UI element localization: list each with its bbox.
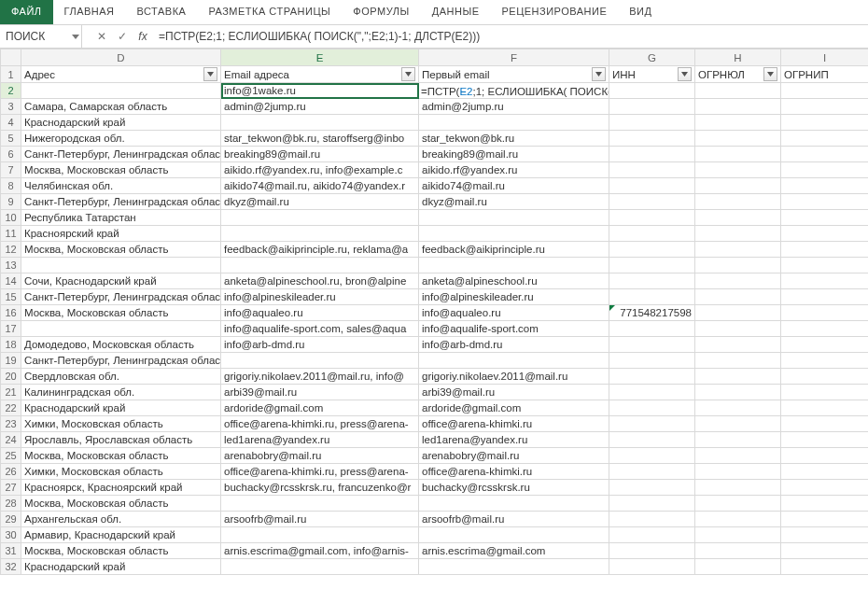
filter-dropdown-icon[interactable] (592, 67, 606, 81)
cell-ogrnip[interactable] (781, 512, 869, 527)
cell-first-email[interactable]: info@aqualife-sport.com (419, 321, 609, 337)
row-header[interactable]: 15 (1, 289, 21, 305)
col-header-G[interactable]: G (609, 49, 695, 66)
cell-emails[interactable] (221, 115, 419, 131)
cell-emails[interactable]: office@arena-khimki.ru, press@arena- (221, 464, 419, 480)
cell-ogrnul[interactable] (695, 353, 781, 369)
cell-first-email[interactable]: aikido74@mail.ru (419, 178, 609, 194)
cell-address[interactable]: Краснодарский край (21, 559, 221, 575)
cell-first-email[interactable]: aikido.rf@yandex.ru (419, 162, 609, 178)
cell-ogrnip[interactable] (781, 305, 869, 321)
cell-ogrnul[interactable] (695, 162, 781, 178)
cell-ogrnul[interactable] (695, 210, 781, 226)
row-header[interactable]: 17 (1, 321, 21, 337)
tab-home[interactable]: ГЛАВНАЯ (53, 0, 126, 24)
cell-address[interactable]: Москва, Московская область (21, 496, 221, 512)
tab-review[interactable]: РЕЦЕНЗИРОВАНИЕ (490, 0, 618, 24)
cell-ogrnip[interactable] (781, 496, 869, 512)
tab-view[interactable]: ВИД (618, 0, 663, 24)
cell-ogrnul[interactable] (695, 464, 781, 480)
cell-ogrnip[interactable] (781, 131, 869, 147)
cell-first-email[interactable]: grigoriy.nikolaev.2011@mail.ru (419, 369, 609, 385)
cell-ogrnip[interactable] (781, 400, 869, 416)
cell-address[interactable]: Москва, Московская область (21, 543, 221, 559)
tab-pagelayout[interactable]: РАЗМЕТКА СТРАНИЦЫ (197, 0, 342, 24)
filter-dropdown-icon[interactable] (763, 67, 777, 81)
row-header[interactable]: 26 (1, 464, 21, 480)
cell-ogrnip[interactable] (781, 321, 869, 337)
header-address[interactable]: Адрес (21, 66, 221, 83)
cell-ogrnul[interactable] (695, 226, 781, 242)
cell-inn[interactable] (609, 400, 695, 416)
cell-ogrnul[interactable] (695, 559, 781, 575)
cell-first-email[interactable]: arbi39@mail.ru (419, 385, 609, 400)
header-ogrnip[interactable]: ОГРНИП (781, 66, 869, 83)
cell-address[interactable]: Ярославль, Ярославская область (21, 432, 221, 448)
header-first-email[interactable]: Первый email (419, 66, 609, 83)
cell-first-email[interactable]: info@aqualeo.ru (419, 305, 609, 321)
cell-first-email[interactable]: feedback@aikiprinciple.ru (419, 242, 609, 258)
header-inn[interactable]: ИНН (609, 66, 695, 83)
cell-inn[interactable] (609, 289, 695, 305)
cell-inn[interactable] (609, 527, 695, 543)
cell-ogrnul[interactable] (695, 400, 781, 416)
cell-address[interactable] (21, 83, 221, 99)
cell-ogrnul[interactable] (695, 432, 781, 448)
name-box[interactable] (0, 25, 69, 48)
tab-insert[interactable]: ВСТАВКА (126, 0, 198, 24)
row-header[interactable]: 16 (1, 305, 21, 321)
cell-first-email[interactable]: office@arena-khimki.ru (419, 464, 609, 480)
cell-ogrnul[interactable] (695, 480, 781, 496)
cell-emails[interactable] (221, 353, 419, 369)
cell-ogrnip[interactable] (781, 147, 869, 162)
cell-inn[interactable]: 771548217598 (609, 305, 695, 321)
cell-first-email[interactable]: admin@2jump.ru (419, 99, 609, 115)
cell-address[interactable]: Армавир, Краснодарский край (21, 527, 221, 543)
row-header[interactable]: 13 (1, 258, 21, 273)
cell-address[interactable]: Санкт-Петербург, Ленинградская облас (21, 194, 221, 210)
cell-ogrnip[interactable] (781, 115, 869, 131)
cell-first-email[interactable] (419, 527, 609, 543)
cell-ogrnul[interactable] (695, 543, 781, 559)
row-header[interactable]: 30 (1, 527, 21, 543)
cell-ogrnul[interactable] (695, 527, 781, 543)
cell-first-email[interactable]: buchacky@rcsskrsk.ru (419, 480, 609, 496)
row-header[interactable]: 6 (1, 147, 21, 162)
cell-ogrnul[interactable] (695, 289, 781, 305)
cell-emails[interactable]: grigoriy.nikolaev.2011@mail.ru, info@ (221, 369, 419, 385)
cell-address[interactable]: Москва, Московская область (21, 305, 221, 321)
formula-input[interactable] (153, 25, 868, 48)
insert-function-icon[interactable]: fx (133, 30, 153, 43)
cell-first-email[interactable]: led1arena@yandex.ru (419, 432, 609, 448)
confirm-formula-icon[interactable]: ✓ (112, 30, 133, 43)
cell-emails[interactable]: anketa@alpineschool.ru, bron@alpine (221, 273, 419, 289)
cell-address[interactable]: Химки, Московская область (21, 416, 221, 432)
cell-address[interactable]: Санкт-Петербург, Ленинградская облас (21, 147, 221, 162)
cell-ogrnip[interactable] (781, 178, 869, 194)
cell-address[interactable]: Москва, Московская область (21, 448, 221, 464)
cell-ogrnip[interactable] (781, 337, 869, 353)
name-box-dropdown-icon[interactable] (69, 25, 82, 48)
cell-inn[interactable] (609, 226, 695, 242)
cell-emails[interactable]: ardoride@gmail.com (221, 400, 419, 416)
col-header-D[interactable]: D (21, 49, 221, 66)
col-header-E[interactable]: E (221, 49, 419, 66)
cell-address[interactable]: Архангельская обл. (21, 512, 221, 527)
cell-address[interactable]: Нижегородская обл. (21, 131, 221, 147)
cell-emails[interactable] (221, 258, 419, 273)
cell-address[interactable]: Сочи, Краснодарский край (21, 273, 221, 289)
cell-inn[interactable] (609, 115, 695, 131)
cell-ogrnul[interactable] (695, 115, 781, 131)
cell-first-email[interactable]: breaking89@mail.ru (419, 147, 609, 162)
row-header[interactable]: 5 (1, 131, 21, 147)
cell-ogrnip[interactable] (781, 99, 869, 115)
row-header[interactable]: 2 (1, 83, 21, 99)
cell-ogrnip[interactable] (781, 448, 869, 464)
cell-ogrnip[interactable] (781, 83, 869, 99)
cell-address[interactable] (21, 258, 221, 273)
cell-first-email[interactable]: dkyz@mail.ru (419, 194, 609, 210)
cell-emails[interactable]: aikido.rf@yandex.ru, info@example.c (221, 162, 419, 178)
cell-inn[interactable] (609, 99, 695, 115)
cell-inn[interactable] (609, 432, 695, 448)
row-header[interactable]: 19 (1, 353, 21, 369)
